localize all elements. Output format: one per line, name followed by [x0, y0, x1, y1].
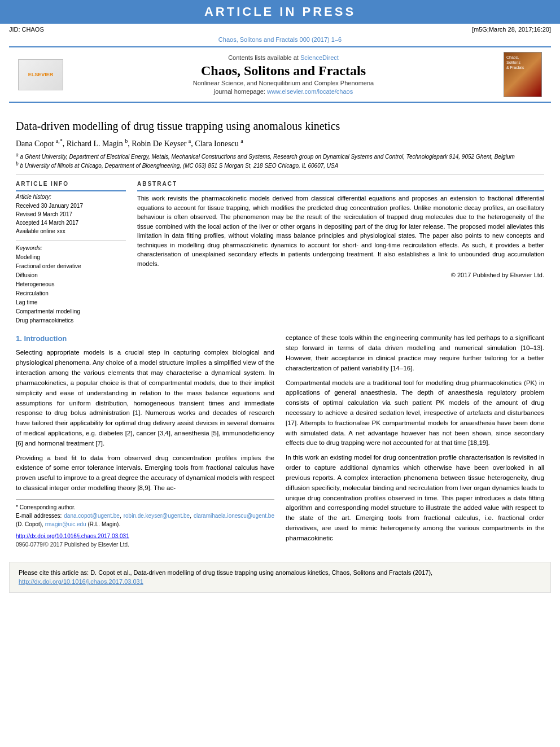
body-para-5: In this work an existing model for drug … [286, 453, 544, 543]
email-link-4[interactable]: rmagin@uic.edu [45, 521, 86, 527]
section1-heading: 1. Introduction [16, 333, 274, 344]
affiliation-a: a a Ghent University, Department of Elec… [16, 152, 544, 161]
issn-line: 0960-0779/© 2017 Published by Elsevier L… [16, 540, 274, 549]
keyword-2: Fractional order derivative [16, 262, 126, 271]
journal-homepage: journal homepage: www.elsevier.com/locat… [63, 88, 504, 95]
journal-info-line: Chaos, Solitons and Fractals 000 (2017) … [0, 35, 560, 44]
divider-blue-2 [137, 190, 544, 191]
article-title: Data-driven modelling of drug tissue tra… [16, 119, 544, 133]
abstract-column: ABSTRACT This work revisits the pharmaco… [137, 181, 544, 325]
corresponding-label: * Corresponding author. [16, 503, 274, 512]
body-column-right: ceptance of these tools within the engin… [286, 333, 544, 549]
keyword-1: Modelling [16, 253, 126, 262]
article-info-label: ARTICLE INFO [16, 181, 126, 187]
body-para-4: Compartmental models are a traditional t… [286, 378, 544, 449]
sciencedirect-link[interactable]: ScienceDirect [300, 54, 339, 61]
email-link-2[interactable]: robin.de.keyser@ugent.be [124, 513, 190, 519]
email-link-1[interactable]: dana.copot@ugent.be [64, 513, 120, 519]
article-info-column: ARTICLE INFO Article history: Received 3… [16, 181, 126, 325]
keyword-3: Diffusion [16, 271, 126, 280]
article-info-abstract-columns: ARTICLE INFO Article history: Received 3… [16, 181, 544, 325]
accepted-date: Accepted 14 March 2017 [16, 219, 126, 227]
authors: Dana Copot a,*, Richard L. Magin b, Robi… [16, 138, 544, 148]
affiliation-b: b b University of Illinois at Chicago, D… [16, 161, 544, 170]
journal-subtitle: Nonlinear Science, and Nonequilibrium an… [63, 80, 504, 86]
elsevier-logo: ELSEVIER [18, 59, 63, 90]
elsevier-logo-text: ELSEVIER [28, 72, 54, 77]
divider-after-affiliations [16, 174, 544, 175]
keyword-5: Recirculation [16, 289, 126, 298]
journal-title: Chaos, Solitons and Fractals [63, 63, 504, 78]
logo-area: ELSEVIER [18, 59, 63, 90]
citation-doi-link[interactable]: http://dx.doi.org/10.1016/j.chaos.2017.0… [19, 578, 143, 585]
journal-cover: Chaos, Solitons & Fractals [504, 52, 542, 97]
available-online: Available online xxx [16, 227, 126, 235]
homepage-link[interactable]: www.elsevier.com/locate/chaos [267, 88, 353, 95]
journal-header: ELSEVIER Contents lists available at Sci… [9, 46, 551, 103]
body-para-3: ceptance of these tools within the engin… [286, 333, 544, 373]
contents-label: Contents lists available at [228, 54, 299, 61]
keywords-label: Keywords: [16, 245, 126, 251]
cover-text: Chaos, Solitons & Fractals [506, 55, 524, 70]
divider-keywords [16, 240, 126, 241]
homepage-label: journal homepage: [214, 88, 265, 95]
journal-volume-info: Chaos, Solitons and Fractals 000 (2017) … [218, 36, 342, 43]
main-content: Data-driven modelling of drug tissue tra… [0, 105, 560, 556]
jid-right: [m5G;March 28, 2017;16:20] [472, 26, 551, 33]
keyword-4: Heterogeneous [16, 280, 126, 289]
doi-line: http://dx.doi.org/10.1016/j.chaos.2017.0… [16, 532, 274, 541]
email-link-3[interactable]: claramihaela.ionescu@ugent.be [194, 513, 274, 519]
revised-date: Revised 9 March 2017 [16, 210, 126, 219]
citation-footer: Please cite this article as: D. Copot et… [9, 562, 551, 593]
section-number: 1. [16, 334, 22, 343]
jid-line: JID: CHAOS [m5G;March 28, 2017;16:20] [0, 24, 560, 35]
abstract-label: ABSTRACT [137, 181, 544, 187]
doi-link[interactable]: http://dx.doi.org/10.1016/j.chaos.2017.0… [16, 533, 129, 539]
article-in-press-banner: ARTICLE IN PRESS [0, 0, 560, 24]
citation-prefix: Please cite this article as: D. Copot et… [19, 569, 432, 576]
body-columns: 1. Introduction Selecting appropriate mo… [16, 333, 544, 549]
affiliations: a a Ghent University, Department of Elec… [16, 152, 544, 171]
jid-left: JID: CHAOS [9, 26, 44, 33]
body-column-left: 1. Introduction Selecting appropriate mo… [16, 333, 274, 549]
journal-center-info: Contents lists available at ScienceDirec… [63, 54, 504, 95]
divider-blue-1 [16, 190, 126, 191]
keyword-7: Compartmental modelling [16, 307, 126, 316]
email-label: E-mail addresses: [16, 513, 62, 519]
contents-line: Contents lists available at ScienceDirec… [63, 54, 504, 61]
body-para-1: Selecting appropriate models is a crucia… [16, 348, 274, 448]
email-line: E-mail addresses: dana.copot@ugent.be, r… [16, 512, 274, 528]
keyword-6: Lag time [16, 298, 126, 307]
keyword-8: Drug pharmacokinetics [16, 316, 126, 325]
body-para-2: Providing a best fit to data from observ… [16, 453, 274, 493]
banner-text: ARTICLE IN PRESS [204, 5, 356, 19]
section-title: Introduction [24, 334, 67, 343]
authors-text: Dana Copot a,*, Richard L. Magin b, Robi… [16, 139, 243, 148]
footnote-area: * Corresponding author. E-mail addresses… [16, 499, 274, 528]
received-date: Received 30 January 2017 [16, 202, 126, 210]
abstract-copyright: © 2017 Published by Elsevier Ltd. [137, 272, 544, 278]
history-label: Article history: [16, 194, 126, 200]
abstract-text: This work revisits the pharmacokinetic m… [137, 194, 544, 268]
